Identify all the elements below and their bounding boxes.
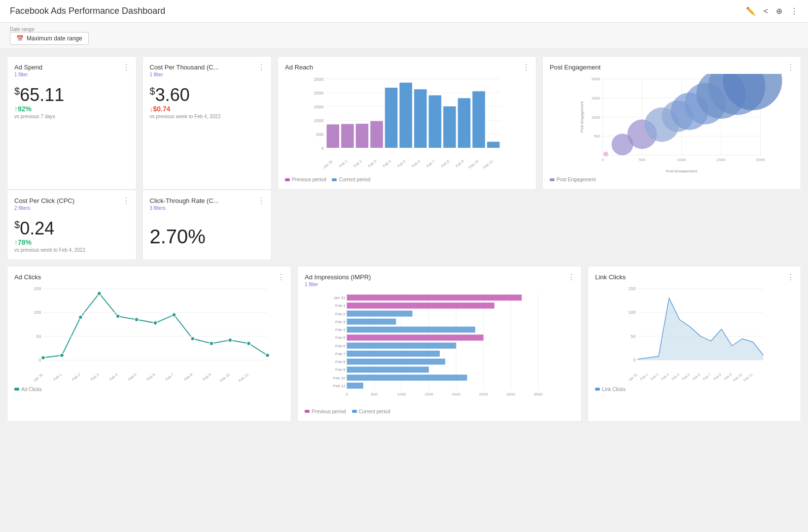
svg-text:Post Engagement: Post Engagement <box>666 169 698 172</box>
svg-rect-132 <box>347 359 446 365</box>
ad-reach-legend: Previous period Current period <box>285 177 529 182</box>
svg-text:1500: 1500 <box>424 392 433 397</box>
ad-impressions-legend: Previous period Current period <box>305 409 574 414</box>
svg-rect-20 <box>385 88 398 148</box>
edit-icon[interactable]: ✏️ <box>746 6 756 16</box>
svg-rect-130 <box>347 350 440 356</box>
svg-text:Feb 10: Feb 10 <box>733 372 743 382</box>
svg-text:Feb 3: Feb 3 <box>661 372 669 381</box>
date-range-button[interactable]: 📅 Maximum date range <box>10 32 89 45</box>
cpc-value: $0.24 <box>14 219 129 238</box>
svg-text:Feb 4: Feb 4 <box>108 372 118 381</box>
svg-text:Feb 9: Feb 9 <box>455 159 464 168</box>
svg-text:Feb 7: Feb 7 <box>335 351 346 356</box>
cpc-prefix: $ <box>14 219 20 230</box>
svg-rect-30 <box>458 98 471 148</box>
card-ad-reach: Ad Reach ⋮ 05001000150020002500Jan 31Feb… <box>278 56 536 190</box>
row1: Ad Spend 1 filter ⋮ $65.11 ↑92% vs previ… <box>7 56 801 190</box>
svg-text:Feb 10: Feb 10 <box>468 159 480 170</box>
legend-item-1: Previous period <box>285 177 326 182</box>
svg-text:Feb 11: Feb 11 <box>333 383 346 388</box>
svg-text:Feb 2: Feb 2 <box>650 372 659 381</box>
link-clicks-menu[interactable]: ⋮ <box>787 272 795 282</box>
ctr-menu[interactable]: ⋮ <box>257 196 265 205</box>
ad-impressions-chart: 0500100015002000250030003500Jan 31Feb 1F… <box>305 291 574 414</box>
cpc-sub: vs previous week to Feb 4, 2022 <box>14 247 129 253</box>
svg-text:Feb 9: Feb 9 <box>335 367 346 372</box>
download-icon[interactable]: ⊕ <box>776 6 782 16</box>
svg-text:0: 0 <box>601 158 604 162</box>
ad-clicks-menu[interactable]: ⋮ <box>277 272 285 282</box>
svg-point-86 <box>247 341 251 345</box>
svg-text:Feb 5: Feb 5 <box>681 372 690 381</box>
card-ad-impressions: Ad Impressions (IMPR) 1 filter ⋮ 0500100… <box>297 266 582 422</box>
svg-text:3000: 3000 <box>506 392 515 397</box>
card-ad-spend: Ad Spend 1 filter ⋮ $65.11 ↑92% vs previ… <box>7 56 137 190</box>
card-cost-per-click: Cost Per Click (CPC) 2 filters ⋮ $0.24 ↑… <box>7 190 137 260</box>
svg-text:1500: 1500 <box>717 158 726 162</box>
post-engagement-menu[interactable]: ⋮ <box>787 63 795 72</box>
svg-rect-34 <box>487 142 500 148</box>
svg-text:Feb 1: Feb 1 <box>338 159 348 168</box>
svg-text:0: 0 <box>633 358 636 363</box>
dashboard: Ad Spend 1 filter ⋮ $65.11 ↑92% vs previ… <box>0 49 808 429</box>
svg-rect-126 <box>347 334 484 340</box>
svg-point-57 <box>603 152 608 157</box>
svg-text:0: 0 <box>346 392 348 397</box>
ctr-filter: 3 filters <box>150 205 265 211</box>
svg-rect-120 <box>347 310 413 316</box>
svg-rect-22 <box>399 83 412 148</box>
svg-rect-128 <box>347 342 457 348</box>
ad-spend-change: ↑92% <box>14 105 129 113</box>
svg-text:0: 0 <box>321 146 323 151</box>
svg-rect-12 <box>327 124 340 148</box>
svg-point-79 <box>116 314 120 318</box>
svg-text:500: 500 <box>594 134 600 138</box>
svg-text:Feb 9: Feb 9 <box>202 372 212 381</box>
ad-clicks-legend: Ad Clicks <box>14 387 284 392</box>
ad-clicks-title: Ad Clicks <box>14 273 284 281</box>
ad-spend-menu[interactable]: ⋮ <box>122 63 130 72</box>
svg-point-85 <box>228 338 232 342</box>
more-icon[interactable]: ⋮ <box>790 6 798 16</box>
cpt-prefix: $ <box>150 86 155 97</box>
ad-clicks-legend-item: Ad Clicks <box>14 387 42 392</box>
svg-text:Feb 3: Feb 3 <box>90 372 100 381</box>
svg-point-84 <box>210 341 213 345</box>
ctr-title: Click-Through Rate (C... <box>150 197 265 204</box>
ctr-value: 2.70% <box>150 226 265 247</box>
link-clicks-chart: 050100150Jan 31Feb 1Feb 2Feb 3Feb 4Feb 5… <box>595 284 794 392</box>
svg-text:Feb 11: Feb 11 <box>482 159 494 170</box>
svg-text:Feb 7: Feb 7 <box>703 372 711 381</box>
cpt-value: $3.60 <box>150 85 265 105</box>
cpc-menu[interactable]: ⋮ <box>122 196 130 205</box>
svg-text:Feb 4: Feb 4 <box>382 159 391 168</box>
svg-text:1000: 1000 <box>397 392 406 397</box>
svg-rect-24 <box>414 89 427 148</box>
cpc-title: Cost Per Click (CPC) <box>14 197 129 204</box>
ad-spend-sub: vs previous 7 days <box>14 114 129 119</box>
svg-text:Jan 31: Jan 31 <box>33 372 44 382</box>
cpt-menu[interactable]: ⋮ <box>257 63 265 72</box>
ad-reach-menu[interactable]: ⋮ <box>522 63 530 72</box>
svg-text:Feb 6: Feb 6 <box>411 159 421 168</box>
svg-point-81 <box>153 321 157 325</box>
share-icon[interactable]: < <box>764 7 768 16</box>
svg-text:Feb 2: Feb 2 <box>352 159 362 168</box>
header-icons: ✏️ < ⊕ ⋮ <box>746 6 798 16</box>
svg-rect-18 <box>370 121 383 148</box>
svg-text:2000: 2000 <box>756 158 765 162</box>
svg-text:Feb 3: Feb 3 <box>335 319 346 324</box>
svg-text:150: 150 <box>34 286 41 291</box>
svg-text:Feb 11: Feb 11 <box>238 372 249 382</box>
card-ad-clicks: Ad Clicks ⋮ 050100150Jan 31Feb 1Feb 2Feb… <box>7 266 291 422</box>
ad-impressions-menu[interactable]: ⋮ <box>567 272 575 282</box>
ai-legend-dot-2 <box>352 410 357 413</box>
svg-rect-14 <box>341 124 354 148</box>
svg-text:1000: 1000 <box>314 118 323 123</box>
svg-text:2500: 2500 <box>314 77 323 82</box>
svg-text:2000: 2000 <box>452 392 460 397</box>
ad-reach-chart: 05001000150020002500Jan 31Feb 1Feb 2Feb … <box>285 74 529 182</box>
toolbar: Date range 📅 Maximum date range <box>0 23 808 49</box>
svg-text:Feb 8: Feb 8 <box>335 360 346 364</box>
